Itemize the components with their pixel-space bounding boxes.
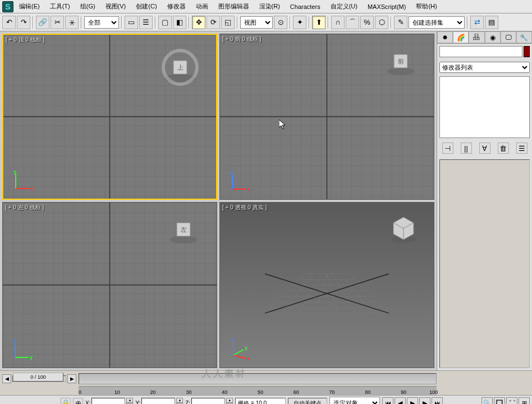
select-by-name-button[interactable]: ☰	[139, 16, 153, 29]
percent-snap-toggle[interactable]: %	[360, 16, 374, 29]
object-color-swatch[interactable]	[524, 46, 530, 57]
viewport-perspective[interactable]: [ + 0 透视 0 真实 ]	[219, 202, 434, 368]
select-object-button[interactable]: ▭	[125, 16, 138, 29]
goto-start-button[interactable]: ⏮	[382, 397, 393, 404]
select-rotate-button[interactable]: ⟳	[207, 16, 220, 29]
show-end-button[interactable]: ||	[461, 143, 472, 154]
viewport-top-label: [ + 0 顶 0 线框 ]	[6, 36, 44, 44]
x-coord-input[interactable]	[91, 398, 125, 404]
y-coord-input[interactable]	[141, 398, 175, 404]
time-slider[interactable]: 0 / 100	[13, 373, 63, 382]
unlink-button[interactable]: ✂	[51, 16, 64, 29]
motion-tab[interactable]: ◉	[485, 31, 501, 43]
object-name-input[interactable]	[439, 46, 522, 57]
menu-render[interactable]: 渲染(R)	[255, 1, 285, 12]
track-bar[interactable]	[79, 373, 437, 384]
use-pivot-button[interactable]: ⊙	[274, 16, 287, 29]
viewport-front[interactable]: [ + 0 前 0 线框 ] 前 x z	[219, 34, 434, 200]
view-cube-left[interactable]: 左	[164, 213, 203, 246]
viewport-left[interactable]: [ + 0 左 0 线框 ] 左 y z	[2, 202, 217, 368]
menu-animation[interactable]: 动画	[191, 1, 213, 12]
hierarchy-tab[interactable]: 品	[469, 31, 484, 43]
bind-button[interactable]: ⚹	[65, 16, 79, 29]
unique-button[interactable]: ∀	[479, 143, 490, 154]
absolute-mode-button[interactable]: ⊕	[73, 398, 83, 404]
play-button[interactable]: ▶	[407, 397, 418, 404]
svg-text:x: x	[247, 186, 250, 192]
svg-text:z: z	[231, 337, 233, 342]
svg-text:前: 前	[398, 58, 404, 65]
spinner-snap-toggle[interactable]: ⬡	[375, 16, 388, 29]
view-cube-top[interactable]: 上	[158, 45, 203, 90]
y-spin-up[interactable]: ▲	[176, 398, 183, 403]
snap-toggle[interactable]: ∩	[331, 16, 345, 29]
select-scale-button[interactable]: ◱	[221, 16, 235, 29]
key-target-select[interactable]: 选定对象	[329, 397, 380, 404]
app-logo-icon: S	[2, 1, 13, 12]
selection-filter-select[interactable]: 全部	[84, 16, 119, 29]
menu-edit[interactable]: 编辑(E)	[15, 1, 44, 12]
prev-frame-button[interactable]: ◀	[395, 397, 406, 404]
menu-views[interactable]: 视图(V)	[101, 1, 131, 12]
window-crossing-button[interactable]: ◧	[173, 16, 186, 29]
time-scroll-right[interactable]: ▶	[67, 374, 76, 383]
edit-named-selection-button[interactable]: ✎	[394, 16, 407, 29]
ruler-tick: 80	[365, 389, 370, 395]
view-cube-persp[interactable]	[387, 213, 420, 246]
viewport-top[interactable]: [ + 0 顶 0 线框 ] 上 x y	[2, 34, 217, 200]
zoom-extents-button[interactable]: ⛶	[506, 397, 517, 404]
redo-button[interactable]: ↷	[17, 16, 30, 29]
zoom-all-button[interactable]: 🔲	[494, 397, 505, 404]
keyboard-shortcut-toggle[interactable]: ⬆	[312, 16, 325, 29]
zoom-extents-all-button[interactable]: ⊞	[519, 397, 530, 404]
modifier-stack[interactable]	[439, 76, 530, 138]
modify-tab[interactable]: 🌈	[453, 31, 469, 43]
align-button[interactable]: ▤	[485, 16, 498, 29]
goto-end-button[interactable]: ⏭	[432, 397, 443, 404]
stack-buttons: ⊣ || ∀ 🗑 ☰	[439, 143, 530, 154]
x-spin-up[interactable]: ▲	[126, 398, 133, 403]
undo-button[interactable]: ↶	[2, 16, 16, 29]
menu-customize[interactable]: 自定义(U)	[326, 1, 362, 12]
link-button[interactable]: 🔗	[36, 16, 49, 29]
ref-coord-select[interactable]: 视图	[240, 16, 273, 29]
auto-key-button[interactable]: 自动关键点	[288, 398, 327, 404]
menu-graph[interactable]: 图形编辑器	[214, 1, 254, 12]
menu-modifiers[interactable]: 修改器	[163, 1, 190, 12]
viewport-nav-controls: 🔍 🔲 ⛶ ⊞	[481, 397, 530, 404]
svg-line-44	[333, 274, 355, 313]
configure-sets-button[interactable]: ☰	[516, 143, 528, 154]
named-selection-select[interactable]: 创建选择集	[409, 16, 465, 29]
select-manipulate-button[interactable]: ✦	[293, 16, 306, 29]
angle-snap-toggle[interactable]: ⌒	[346, 16, 359, 29]
zoom-button[interactable]: 🔍	[481, 397, 493, 404]
menu-maxscript[interactable]: MAXScript(M)	[363, 2, 410, 11]
remove-modifier-button[interactable]: 🗑	[498, 143, 509, 154]
time-scroll-track[interactable]: 0 / 100	[12, 375, 66, 382]
display-tab[interactable]: 🖵	[501, 31, 516, 43]
svg-line-41	[282, 274, 313, 313]
menu-help[interactable]: 帮助(H)	[411, 1, 441, 12]
time-scroll-left[interactable]: ◀	[2, 374, 11, 383]
select-move-button[interactable]: ✥	[192, 16, 205, 29]
ruler-tick: 20	[150, 389, 156, 395]
utilities-tab[interactable]: 🔧	[516, 31, 532, 43]
menu-tools[interactable]: 工具(T)	[45, 1, 75, 12]
view-cube-front[interactable]: 前	[381, 44, 420, 78]
menu-group[interactable]: 组(G)	[76, 1, 100, 12]
modifier-list-select[interactable]: 修改器列表	[439, 62, 530, 73]
z-coord-input[interactable]	[191, 398, 225, 404]
pin-stack-button[interactable]: ⊣	[442, 143, 453, 154]
grid-size-display: 栅格 = 10.0	[235, 398, 286, 404]
menu-create[interactable]: 创建(C)	[131, 1, 161, 12]
lock-selection-button[interactable]: 🔒	[61, 398, 71, 404]
main-area: [ + 0 顶 0 线框 ] 上 x y [ + 0 前 0 线框 ]	[0, 31, 532, 370]
mirror-button[interactable]: ⇄	[470, 16, 484, 29]
command-panel: ✸ 🌈 品 ◉ 🖵 🔧 修改器列表 ⊣ || ∀ 🗑 ☰	[437, 31, 532, 370]
next-frame-button[interactable]: ▶	[419, 397, 430, 404]
select-rect-button[interactable]: ▢	[158, 16, 172, 29]
z-spin-up[interactable]: ▲	[226, 398, 233, 403]
svg-text:y: y	[30, 355, 33, 360]
create-tab[interactable]: ✸	[437, 31, 453, 43]
menu-characters[interactable]: Characters	[286, 2, 325, 11]
